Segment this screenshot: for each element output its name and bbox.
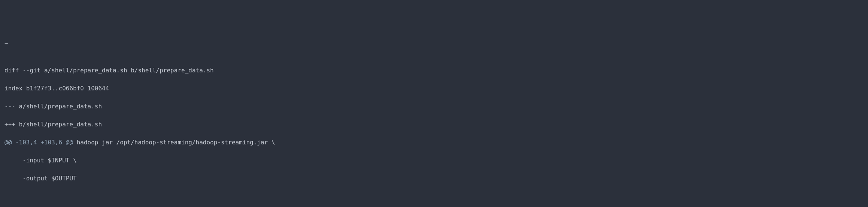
diff-context-line [4, 192, 864, 201]
terminal-output: ~ diff --git a/shell/prepare_data.sh b/s… [4, 39, 864, 207]
hunk-range: @@ -103,4 +103,6 @@ [4, 139, 73, 146]
diff-from-file: --- a/shell/prepare_data.sh [4, 102, 864, 111]
diff-context-line: -input $INPUT \ [4, 156, 864, 165]
diff-context-line: -output $OUTPUT [4, 174, 864, 183]
diff-to-file: +++ b/shell/prepare_data.sh [4, 120, 864, 129]
diff-hunk-header: @@ -103,4 +103,6 @@ hadoop jar /opt/hado… [4, 138, 864, 147]
diff-index-line: index b1f27f3..c066bf0 100644 [4, 84, 864, 93]
hunk-context-text: hadoop jar /opt/hadoop-streaming/hadoop-… [73, 139, 275, 146]
tilde-line: ~ [4, 39, 864, 48]
diff-command-line: diff --git a/shell/prepare_data.sh b/she… [4, 66, 864, 75]
